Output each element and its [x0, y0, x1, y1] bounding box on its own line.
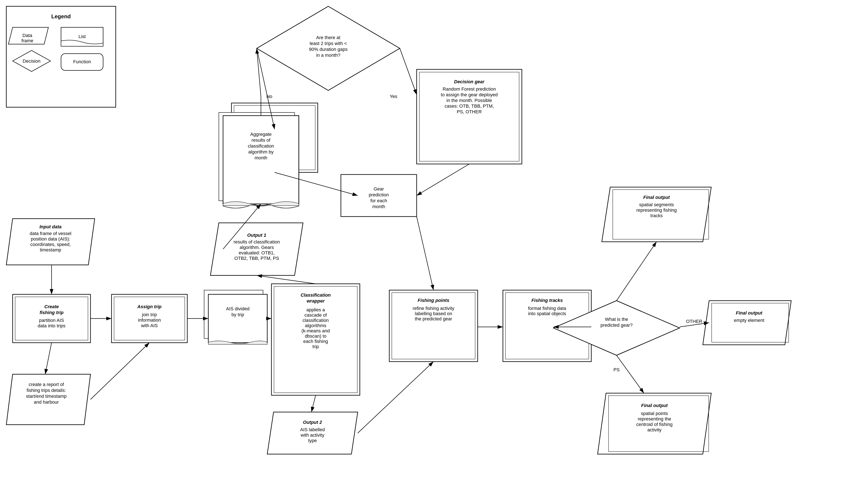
- classification-text7: each fishing: [303, 339, 328, 344]
- aggregate-text2: results of: [251, 138, 271, 143]
- classification-text6: dbscan) to: [305, 333, 327, 339]
- legend-decision-label: Decision: [23, 58, 40, 64]
- legend-dataframe-label: Data: [23, 33, 32, 38]
- input-data-text3: coordinates, speed,: [30, 242, 71, 247]
- final-segments-title: Final output: [643, 195, 670, 200]
- arrow-create-to-report: [45, 343, 52, 374]
- output1-title: Output 1: [247, 232, 266, 238]
- input-data-text4: timestamp: [40, 247, 61, 253]
- assign-trip-text3: with AIS: [141, 323, 157, 328]
- classification-text3: classification: [303, 318, 329, 323]
- final-points-text3: centroid of fishing: [636, 422, 673, 427]
- aggregate-text3: classification: [248, 143, 274, 148]
- diamond-2trips-text3: 90% duration gaps: [309, 47, 347, 52]
- classification-text4: algorithms: [305, 323, 326, 328]
- output1-text4: OTB2, TBB, PTM, PS: [234, 256, 279, 261]
- classification-text8: trip: [313, 344, 319, 349]
- decision-yes-text5: PS, OTHER: [457, 109, 482, 114]
- output2-text1: AIS labelled: [300, 427, 325, 432]
- classification-text1: applies a: [306, 307, 325, 312]
- input-data-title: Input data: [39, 224, 61, 229]
- final-segments-text1: spatial segments: [639, 202, 674, 207]
- gear-prediction-text2: prediction: [369, 192, 389, 197]
- decision-yes-text4: cases: OTB, TBB, PTM,: [445, 103, 494, 109]
- diamond-2trips-text4: in a month?: [316, 53, 341, 58]
- arrow-diamond-to-yes: [400, 48, 417, 95]
- flowchart-container: Legend Data frame List Decision Function…: [0, 0, 868, 497]
- ps-label: PS: [614, 367, 620, 372]
- report-text1: create a report of: [29, 382, 64, 387]
- legend-dataframe-label2: frame: [22, 38, 33, 43]
- decision-yes-text1: Random Forest prediction: [442, 86, 496, 92]
- gear-prediction-text1: Gear: [374, 186, 384, 191]
- final-empty-text1: empty element: [734, 318, 764, 323]
- arrow-yes-to-gear: [417, 164, 469, 196]
- arrow-gear-to-fishing: [417, 216, 433, 290]
- assign-trip-title: Assign trip: [137, 304, 162, 309]
- create-trip-text2: data into trips: [38, 323, 66, 328]
- final-points-text2: representing the: [638, 416, 671, 422]
- fishing-points-text2: labelling based on: [415, 311, 452, 316]
- arrow-gear-to-points: [617, 355, 644, 393]
- fishing-points-text3: the predicted gear: [415, 316, 452, 322]
- final-segments-text3: tracks: [650, 213, 663, 218]
- output2-text3: type: [308, 438, 317, 443]
- diamond-2trips-text1: Are there at: [316, 35, 341, 40]
- ais-list-text1: AIS divided: [226, 306, 249, 311]
- fishing-tracks-title: Fishing tracks: [531, 298, 563, 303]
- classification-title2: wrapper: [307, 298, 325, 303]
- final-empty-title: Final output: [736, 310, 763, 315]
- final-segments-text2: representing fishing: [636, 208, 677, 213]
- gear-prediction-text4: month: [372, 204, 385, 209]
- aggregate-text1: Aggregate: [250, 132, 272, 137]
- arrow-gear-to-segments: [617, 242, 657, 301]
- arrow-class-to-output1: [257, 275, 316, 284]
- ais-list-front: [208, 294, 267, 343]
- aggregate-text5: month: [254, 155, 267, 160]
- legend-title: Legend: [51, 13, 71, 19]
- fishing-points-title: Fishing points: [418, 298, 449, 303]
- decision-yes-title: Decision gear: [454, 79, 485, 84]
- report-text3: start/end timestamp: [26, 394, 67, 399]
- decision-yes-text3: in the month. Possible: [446, 98, 492, 103]
- decision-yes-text2: to assign the gear deployed: [441, 92, 498, 97]
- arrow-class-to-output2: [312, 395, 316, 412]
- fishing-points-text1: refine fishing activity: [413, 306, 454, 311]
- diamond-gear-text1: What is the: [605, 317, 628, 322]
- fishing-tracks-text2: into spatial objects: [528, 311, 566, 316]
- output1-text3: evaluated: OTB1,: [239, 250, 275, 255]
- classification-text2: cascade of: [304, 312, 327, 318]
- classification-text5: (k-means and: [302, 328, 330, 333]
- gear-prediction-text3: for each: [370, 198, 387, 203]
- input-data-text1: data frame of vessel: [30, 231, 71, 236]
- output1-text2: algorithm. Gears: [240, 245, 274, 250]
- diamond-2trips-text2: least 2 trips with <: [310, 41, 347, 46]
- legend-list-label: List: [79, 34, 86, 39]
- output2-title: Output 2: [303, 420, 322, 425]
- classification-title1: Classification: [301, 293, 331, 298]
- input-data-text2: position data (AIS):: [31, 236, 70, 242]
- final-points-text1: spatial points: [641, 411, 668, 416]
- arrow-report-to-assign: [91, 343, 149, 399]
- create-trip-title: Create: [44, 304, 59, 309]
- create-trip-text1: partition AIS: [39, 318, 64, 323]
- legend-function-label: Function: [73, 59, 91, 64]
- diamond-gear-text2: predicted gear?: [601, 323, 633, 328]
- assign-trip-text1: join trip: [142, 312, 157, 317]
- create-trip-title2: fishing trip: [40, 310, 64, 315]
- aggregate-text4: algorithm by: [248, 149, 274, 155]
- yes-label: Yes: [390, 94, 397, 99]
- output1-text1: results of classification: [234, 239, 280, 244]
- ais-list-text2: by trip: [232, 312, 244, 317]
- other-label: OTHER→: [686, 319, 707, 324]
- final-points-text4: activity: [647, 427, 661, 432]
- fishing-tracks-text1: format fishing data: [528, 306, 566, 311]
- final-points-title: Final output: [641, 403, 668, 408]
- report-text4: and harbour: [34, 399, 59, 405]
- assign-trip-text2: information: [138, 317, 161, 323]
- report-text2: fishing trips details:: [27, 388, 66, 393]
- output2-text2: with activity: [301, 432, 324, 438]
- arrow-output2-to-fishing: [358, 361, 433, 433]
